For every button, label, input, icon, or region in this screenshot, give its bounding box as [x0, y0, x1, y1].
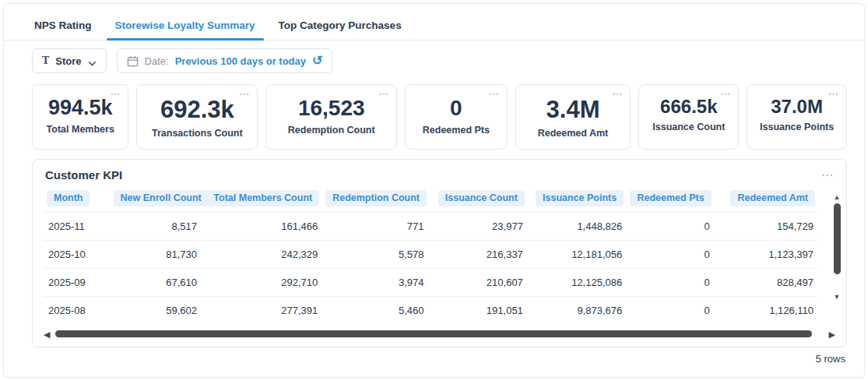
column-header-redemption-count[interactable]: Redemption Count [322, 185, 428, 213]
kpi-card-row: ⋯ 994.5k Total Members ⋯ 692.3k Transact… [4, 79, 864, 150]
tab-nps-rating[interactable]: NPS Rating [23, 12, 104, 40]
table-cell: 0 [627, 212, 714, 240]
kpi-card-issuance-count: ⋯ 666.5k Issuance Count [638, 84, 739, 150]
scroll-down-icon[interactable]: ▼ [834, 292, 841, 302]
store-filter-dropdown[interactable]: T Store [32, 48, 107, 73]
column-header-redeemed-pts[interactable]: Redeemed Pts [627, 185, 714, 213]
table-cell: 2025-08 [44, 296, 111, 324]
table-row: 2025-11 8,517 161,466 771 23,977 1,448,8… [44, 212, 818, 240]
table-header-row: Month New Enroll Count Total Members Cou… [44, 185, 818, 213]
table-cell: 277,391 [202, 296, 322, 324]
table-cell: 5,460 [322, 296, 428, 324]
table-cell: 210,607 [429, 268, 528, 296]
table-cell: 12,125,086 [528, 268, 627, 296]
store-filter-label: Store [55, 55, 81, 67]
panel-title: Customer KPI [45, 168, 122, 182]
table-cell: 12,181,056 [528, 240, 627, 268]
table-cell: 2025-10 [44, 240, 111, 268]
table-row: 2025-08 59,602 277,391 5,460 191,051 9,8… [44, 296, 818, 324]
tab-top-category-purchases[interactable]: Top Category Purchases [267, 12, 413, 40]
date-filter[interactable]: Date: Previous 100 days or today ↺ [117, 48, 333, 73]
table-cell: 0 [627, 268, 714, 296]
scroll-right-icon[interactable]: ▶ [829, 330, 835, 339]
table-cell: 2025-11 [44, 212, 111, 240]
kpi-card-total-members: ⋯ 994.5k Total Members [32, 84, 128, 150]
customer-kpi-table: Month New Enroll Count Total Members Cou… [44, 185, 818, 324]
table-cell: 1,126,110 [715, 296, 818, 324]
refresh-icon[interactable]: ↺ [312, 55, 322, 67]
more-options-icon[interactable]: ⋯ [612, 88, 623, 100]
kpi-label: Redeemed Pts [412, 125, 500, 136]
kpi-label: Transactions Count [143, 128, 251, 139]
text-filter-icon: T [42, 55, 49, 67]
tab-storewise-loyalty-summary[interactable]: Storewise Loyalty Summary [104, 12, 267, 40]
table-cell: 8,517 [111, 212, 202, 240]
date-filter-value[interactable]: Previous 100 days or today [175, 55, 306, 67]
kpi-card-redemption-count: ⋯ 16,523 Redemption Count [265, 84, 397, 150]
horizontal-scroll-thumb[interactable] [55, 330, 811, 337]
vertical-scroll-thumb[interactable] [834, 203, 841, 275]
table-cell: 81,730 [111, 240, 202, 268]
table-cell: 771 [322, 212, 428, 240]
chevron-down-icon [88, 57, 97, 65]
filter-bar: T Store Date: Previous 100 days or today… [4, 41, 864, 79]
date-filter-label: Date: [145, 55, 169, 67]
more-options-icon[interactable]: ⋯ [110, 88, 121, 100]
customer-kpi-panel: Customer KPI ⋯ Month New Enroll Count To… [32, 159, 847, 347]
kpi-label: Issuance Points [754, 122, 840, 132]
scroll-up-icon[interactable]: ▲ [834, 192, 841, 202]
scroll-left-icon[interactable]: ◀ [44, 330, 50, 339]
table-cell: 67,610 [111, 268, 202, 296]
more-options-icon[interactable]: ⋯ [821, 168, 834, 182]
kpi-card-issuance-points: ⋯ 37.0M Issuance Points [747, 84, 847, 150]
calendar-icon [127, 55, 139, 67]
table-cell: 242,329 [202, 240, 322, 268]
vertical-scroll-track[interactable] [834, 203, 841, 291]
table-cell: 59,602 [111, 296, 202, 324]
column-header-total-members-count[interactable]: Total Members Count [202, 185, 322, 213]
table-row: 2025-09 67,610 292,710 3,974 210,607 12,… [44, 268, 818, 296]
panel-header: Customer KPI ⋯ [44, 168, 835, 185]
kpi-value: 16,523 [272, 96, 390, 121]
more-options-icon[interactable]: ⋯ [828, 88, 839, 100]
table-cell: 9,873,676 [528, 296, 627, 324]
table-cell: 154,729 [715, 212, 818, 240]
column-header-new-enroll-count[interactable]: New Enroll Count [111, 185, 202, 213]
column-header-issuance-count[interactable]: Issuance Count [429, 185, 528, 213]
kpi-value: 37.0M [754, 96, 840, 118]
dashboard-panel: NPS Rating Storewise Loyalty Summary Top… [3, 3, 865, 378]
vertical-scrollbar[interactable]: ▲ ▼ [831, 192, 843, 302]
table-cell: 1,448,826 [528, 212, 627, 240]
tab-bar: NPS Rating Storewise Loyalty Summary Top… [4, 4, 864, 41]
table-cell: 292,710 [202, 268, 322, 296]
kpi-value: 3.4M [522, 96, 624, 124]
table-cell: 3,974 [322, 268, 428, 296]
table-cell: 2025-09 [44, 268, 111, 296]
table-cell: 161,466 [202, 212, 322, 240]
horizontal-scroll-track[interactable] [55, 330, 823, 338]
horizontal-scrollbar[interactable]: ◀ ▶ [44, 330, 835, 339]
table-cell: 5,578 [322, 240, 428, 268]
table-cell: 23,977 [429, 212, 528, 240]
table-cell: 828,497 [715, 268, 818, 296]
kpi-value: 666.5k [645, 96, 732, 118]
more-options-icon[interactable]: ⋯ [489, 88, 500, 100]
kpi-value: 692.3k [143, 96, 251, 124]
table-cell: 216,337 [429, 240, 528, 268]
table-cell: 0 [627, 296, 714, 324]
table-cell: 0 [627, 240, 714, 268]
kpi-value: 0 [412, 96, 500, 121]
more-options-icon[interactable]: ⋯ [378, 88, 389, 100]
table-cell: 191,051 [429, 296, 528, 324]
kpi-card-redeemed-pts: ⋯ 0 Redeemed Pts [405, 84, 507, 150]
column-header-redeemed-amt[interactable]: Redeemed Amt [715, 185, 818, 213]
kpi-card-redeemed-amt: ⋯ 3.4M Redeemed Amt [515, 84, 631, 150]
row-count-label: 5 rows [4, 347, 864, 365]
column-header-month[interactable]: Month [44, 185, 111, 213]
table-cell: 1,123,397 [715, 240, 818, 268]
more-options-icon[interactable]: ⋯ [720, 88, 731, 100]
column-header-issuance-points[interactable]: Issuance Points [528, 185, 627, 213]
more-options-icon[interactable]: ⋯ [239, 88, 250, 100]
kpi-label: Redeemed Amt [522, 128, 624, 139]
kpi-label: Redemption Count [272, 125, 390, 136]
